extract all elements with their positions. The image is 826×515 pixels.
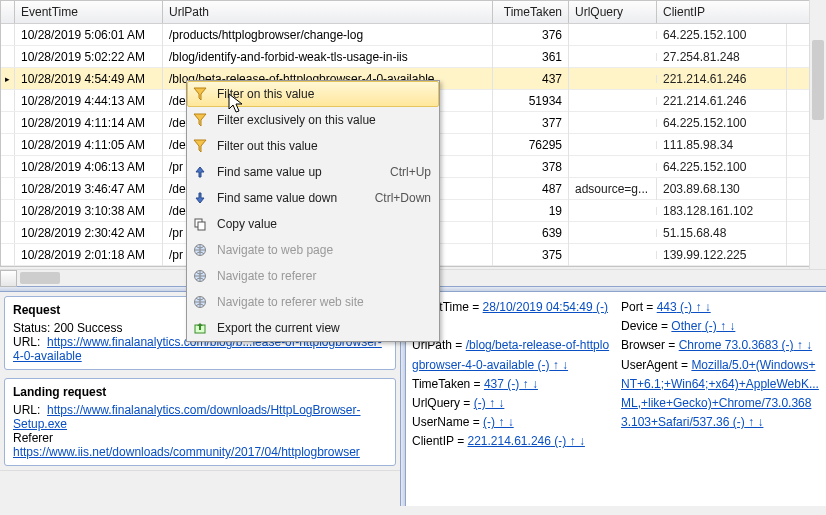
detail-value-link[interactable]: 443 <box>657 300 677 314</box>
svg-rect-1 <box>198 222 205 230</box>
exclude-link[interactable]: (-) <box>534 358 549 372</box>
funnel-icon <box>193 87 207 101</box>
cell-time: 10/28/2019 4:54:49 AM <box>15 68 163 90</box>
menu-shortcut: Ctrl+Down <box>375 191 431 205</box>
exclude-link[interactable]: (-) <box>677 300 692 314</box>
detail-value-link[interactable]: Chrome 73.0.3683 <box>679 338 778 352</box>
cell-tt: 376 <box>493 24 569 46</box>
cell-time: 10/28/2019 4:44:13 AM <box>15 90 163 112</box>
nav-arrows[interactable]: ↑ ↓ <box>566 434 585 448</box>
menu-item[interactable]: Find same value downCtrl+Down <box>187 185 439 211</box>
funnel-icon <box>193 113 207 127</box>
exclude-link[interactable]: (-) <box>701 319 716 333</box>
cell-q <box>569 163 657 171</box>
cell-q <box>569 75 657 83</box>
exclude-link[interactable]: (-) <box>483 415 495 429</box>
cell-q <box>569 31 657 39</box>
menu-label: Export the current view <box>217 321 340 335</box>
exclude-link[interactable]: (-) <box>593 300 608 314</box>
detail-row: Browser = Chrome 73.0.3683 (-) ↑ ↓ <box>621 336 820 355</box>
detail-value-link[interactable]: Other <box>671 319 701 333</box>
menu-item[interactable]: Export the current view <box>187 315 439 341</box>
cell-tt: 378 <box>493 156 569 178</box>
table-row[interactable]: 10/28/2019 5:06:01 AM/products/httplogbr… <box>1 24 825 46</box>
menu-label: Navigate to referer <box>217 269 316 283</box>
menu-item[interactable]: Copy value <box>187 211 439 237</box>
export-icon <box>193 321 207 335</box>
menu-item[interactable]: Find same value upCtrl+Up <box>187 159 439 185</box>
cell-time: 10/28/2019 4:06:13 AM <box>15 156 163 178</box>
vertical-scrollbar[interactable] <box>809 0 826 269</box>
exclude-link[interactable]: (-) <box>474 396 486 410</box>
menu-item[interactable]: Filter exclusively on this value <box>187 107 439 133</box>
col-header-clientip[interactable]: ClientIP <box>657 1 787 23</box>
menu-item[interactable]: Filter on this value <box>187 81 439 107</box>
nav-arrows[interactable]: ↑ ↓ <box>486 396 505 410</box>
col-header-eventtime[interactable]: EventTime <box>15 1 163 23</box>
cell-tt: 375 <box>493 244 569 266</box>
menu-item[interactable]: Filter out this value <box>187 133 439 159</box>
exclude-link[interactable]: (-) <box>551 434 566 448</box>
cell-tt: 639 <box>493 222 569 244</box>
detail-row: UserName = (-) ↑ ↓ <box>412 413 611 432</box>
context-menu[interactable]: Filter on this valueFilter exclusively o… <box>186 80 440 342</box>
globe-icon <box>193 243 207 257</box>
nav-arrows[interactable]: ↑ ↓ <box>495 415 514 429</box>
menu-item: Navigate to referer <box>187 263 439 289</box>
exclude-link[interactable]: (-) <box>778 338 793 352</box>
landing-url-link[interactable]: https://www.finalanalytics.com/downloads… <box>13 403 361 431</box>
exclude-link[interactable]: (-) <box>729 415 744 429</box>
col-header-timetaken[interactable]: TimeTaken <box>493 1 569 23</box>
col-header-urlpath[interactable]: UrlPath <box>163 1 493 23</box>
detail-value-link[interactable]: 28/10/2019 04:54:49 <box>483 300 593 314</box>
cell-time: 10/28/2019 3:10:38 AM <box>15 200 163 222</box>
detail-row: UrlPath = /blog/beta-release-of-httplogb… <box>412 336 611 374</box>
menu-label: Navigate to referer web site <box>217 295 364 309</box>
detail-value-link[interactable]: 437 <box>484 377 504 391</box>
cell-tt: 437 <box>493 68 569 90</box>
cell-url: /blog/identify-and-forbid-weak-tls-usage… <box>163 46 493 68</box>
status-value: 200 Success <box>54 321 123 335</box>
cell-ip: 111.85.98.34 <box>657 134 787 156</box>
nav-arrows[interactable]: ↑ ↓ <box>692 300 711 314</box>
cell-tt: 487 <box>493 178 569 200</box>
menu-label: Copy value <box>217 217 277 231</box>
cell-q <box>569 53 657 61</box>
detail-value-link[interactable]: 221.214.61.246 <box>467 434 550 448</box>
menu-label: Find same value up <box>217 165 322 179</box>
cell-time: 10/28/2019 4:11:05 AM <box>15 134 163 156</box>
detail-row: UrlQuery = (-) ↑ ↓ <box>412 394 611 413</box>
globe-icon <box>193 295 207 309</box>
cell-q <box>569 251 657 259</box>
nav-arrows[interactable]: ↑ ↓ <box>793 338 812 352</box>
left-bottom-scrollbar[interactable] <box>0 470 400 487</box>
cell-q: adsource=g... <box>569 178 657 200</box>
landing-panel: Landing request URL: https://www.finalan… <box>4 378 396 466</box>
menu-shortcut: Ctrl+Up <box>390 165 431 179</box>
detail-row: Device = Other (-) ↑ ↓ <box>621 317 820 336</box>
detail-row: TimeTaken = 437 (-) ↑ ↓ <box>412 375 611 394</box>
nav-arrows[interactable]: ↑ ↓ <box>745 415 764 429</box>
cell-ip: 51.15.68.48 <box>657 222 787 244</box>
cell-time: 10/28/2019 5:06:01 AM <box>15 24 163 46</box>
grid-header: EventTime UrlPath TimeTaken UrlQuery Cli… <box>1 1 825 24</box>
cell-ip: 221.214.61.246 <box>657 90 787 112</box>
cell-time: 10/28/2019 3:46:47 AM <box>15 178 163 200</box>
cell-ip: 203.89.68.130 <box>657 178 787 200</box>
nav-arrows[interactable]: ↑ ↓ <box>519 377 538 391</box>
detail-panel: EventTime = 28/10/2019 04:54:49 (-) ↑ ↓U… <box>406 292 826 506</box>
table-row[interactable]: 10/28/2019 5:02:22 AM/blog/identify-and-… <box>1 46 825 68</box>
nav-arrows[interactable]: ↑ ↓ <box>717 319 736 333</box>
copy-icon <box>193 217 207 231</box>
col-header-urlquery[interactable]: UrlQuery <box>569 1 657 23</box>
exclude-link[interactable]: (-) <box>504 377 519 391</box>
menu-label: Filter out this value <box>217 139 318 153</box>
nav-arrows[interactable]: ↑ ↓ <box>549 358 568 372</box>
landing-referer-link[interactable]: https://www.iis.net/downloads/community/… <box>13 445 360 459</box>
cell-ip: 64.225.152.100 <box>657 112 787 134</box>
cell-time: 10/28/2019 5:02:22 AM <box>15 46 163 68</box>
cell-q <box>569 207 657 215</box>
menu-label: Filter on this value <box>217 87 314 101</box>
menu-label: Navigate to web page <box>217 243 333 257</box>
cell-q <box>569 229 657 237</box>
